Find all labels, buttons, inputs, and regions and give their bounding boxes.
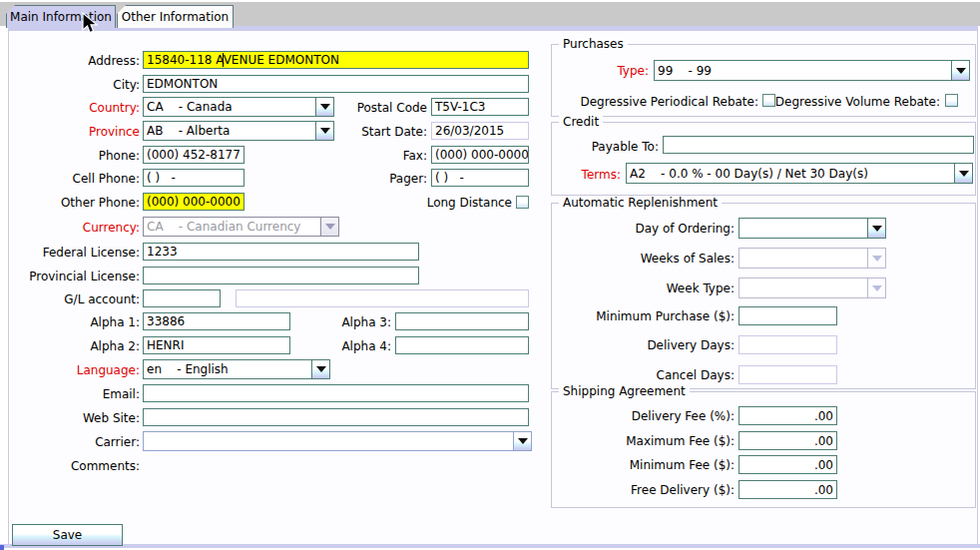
provincial-license-field[interactable] — [143, 267, 419, 284]
phone-label: Phone: — [0, 149, 140, 163]
carrier-value — [144, 432, 513, 450]
cell-phone-value: ( ) - — [147, 171, 176, 185]
carrier-select[interactable] — [143, 431, 532, 451]
gl-account-code-field[interactable] — [143, 289, 221, 307]
language-dropdown-button[interactable] — [311, 360, 329, 378]
city-value: EDMONTON — [147, 77, 218, 91]
currency-select: CA - Canadian Currency — [143, 217, 339, 237]
federal-license-label: Federal License: — [0, 246, 140, 260]
purchase-type-select[interactable]: 99 - 99 — [654, 60, 970, 81]
postal-code-label: Postal Code — [299, 101, 427, 115]
alpha3-label: Alpha 3: — [263, 315, 391, 329]
address-label: Address: — [0, 54, 140, 68]
email-field[interactable] — [143, 384, 529, 402]
chevron-down-icon — [325, 224, 335, 230]
alpha1-value: 33886 — [147, 314, 185, 328]
email-label: Email: — [0, 387, 140, 401]
province-label: Province — [0, 125, 140, 139]
window-corner-mark — [0, 545, 4, 550]
other-phone-field[interactable]: (000) 000-0000 — [143, 193, 245, 211]
chevron-down-icon — [518, 438, 528, 444]
day-of-ordering-label: Day of Ordering: — [555, 222, 735, 236]
province-value: AB - Alberta — [144, 122, 315, 140]
city-label: City: — [0, 78, 140, 92]
federal-license-value: 1233 — [147, 245, 178, 259]
other-phone-value: (000) 000-0000 — [147, 195, 241, 209]
web-site-label: Web Site: — [0, 411, 140, 425]
tab-other-information-label: Other Information — [122, 10, 229, 24]
minimum-purchase-field[interactable] — [738, 306, 837, 325]
free-delivery-field[interactable]: .00 — [738, 480, 837, 499]
degressive-volume-rebate-checkbox[interactable] — [945, 94, 958, 107]
day-of-ordering-select[interactable] — [738, 218, 886, 239]
payable-to-field[interactable] — [663, 136, 974, 154]
terms-dropdown-button[interactable] — [954, 164, 972, 183]
comments-label: Comments: — [0, 459, 140, 473]
language-label: Language: — [0, 363, 140, 377]
degressive-volume-rebate-label: Degressive Volume Rebate: — [740, 95, 940, 109]
alpha1-label: Alpha 1: — [0, 315, 140, 329]
federal-license-field[interactable]: 1233 — [143, 243, 419, 261]
terms-select[interactable]: A2 - 0.0 % - 00 Day(s) / Net 30 Day(s) — [626, 163, 973, 184]
cancel-days-field — [738, 365, 837, 384]
tab-other-information[interactable]: Other Information — [117, 5, 234, 28]
language-select[interactable]: en - English — [143, 359, 330, 379]
city-field[interactable]: EDMONTON — [143, 75, 529, 93]
window-bottom-border — [0, 544, 980, 548]
degressive-periodical-rebate-label: Degressive Periodical Rebate: — [559, 95, 758, 109]
long-distance-label: Long Distance — [384, 196, 512, 210]
fax-field[interactable]: (000) 000-0000 — [431, 146, 529, 164]
day-of-ordering-dropdown-button[interactable] — [867, 219, 885, 238]
minimum-fee-value: .00 — [814, 458, 833, 472]
minimum-fee-field[interactable]: .00 — [738, 455, 837, 474]
text-caret — [223, 53, 224, 67]
maximum-fee-field[interactable]: .00 — [738, 431, 837, 450]
web-site-field[interactable] — [143, 408, 529, 426]
alpha4-field[interactable] — [395, 336, 529, 354]
address-field[interactable]: 15840-118 AVENUE EDMONTON — [143, 51, 529, 69]
free-delivery-value: .00 — [814, 483, 833, 497]
chevron-down-icon — [959, 171, 969, 177]
phone-value: (000) 452-8177 — [147, 148, 241, 162]
weeks-of-sales-label: Weeks of Sales: — [555, 252, 735, 266]
cell-phone-field[interactable]: ( ) - — [143, 169, 245, 187]
other-phone-label: Other Phone: — [0, 196, 140, 210]
long-distance-checkbox[interactable] — [516, 196, 529, 209]
phone-field[interactable]: (000) 452-8177 — [143, 146, 245, 164]
alpha2-label: Alpha 2: — [0, 339, 140, 353]
credit-group-title: Credit — [559, 115, 603, 129]
mouse-cursor — [82, 12, 100, 36]
start-date-label: Start Date: — [299, 125, 427, 139]
start-date-value: 26/03/2015 — [435, 124, 504, 138]
shipping-agreement-group-title: Shipping Agreement — [559, 384, 690, 398]
purchase-type-dropdown-button[interactable] — [951, 61, 969, 80]
save-button[interactable]: Save — [12, 524, 123, 546]
minimum-fee-label: Minimum Fee ($): — [555, 458, 735, 472]
language-value: en - English — [144, 360, 311, 378]
alpha2-value: HENRI — [147, 338, 184, 352]
week-type-label: Week Type: — [555, 281, 735, 295]
week-type-value — [739, 278, 867, 297]
provincial-license-label: Provincial License: — [0, 270, 140, 283]
address-value: 15840-118 AVENUE EDMONTON — [147, 53, 339, 67]
maximum-fee-label: Maximum Fee ($): — [555, 434, 735, 448]
country-label: Country: — [0, 101, 140, 115]
cancel-days-label: Cancel Days: — [555, 368, 735, 382]
delivery-days-field — [738, 335, 837, 354]
alpha3-field[interactable] — [395, 312, 529, 330]
chevron-down-icon — [872, 256, 882, 262]
start-date-field[interactable]: 26/03/2015 — [431, 122, 529, 140]
week-type-dropdown-button — [867, 278, 885, 297]
delivery-fee-label: Delivery Fee (%): — [555, 409, 735, 423]
carrier-dropdown-button[interactable] — [513, 432, 531, 450]
alpha4-label: Alpha 4: — [263, 339, 391, 353]
country-value: CA - Canada — [144, 98, 315, 116]
chevron-down-icon — [872, 285, 882, 291]
weeks-of-sales-value — [739, 249, 867, 268]
postal-code-field[interactable]: T5V-1C3 — [431, 98, 529, 116]
maximum-fee-value: .00 — [814, 434, 833, 448]
delivery-fee-value: .00 — [814, 409, 833, 423]
delivery-fee-field[interactable]: .00 — [738, 406, 837, 425]
weeks-of-sales-select — [738, 248, 886, 269]
postal-code-value: T5V-1C3 — [435, 100, 485, 114]
